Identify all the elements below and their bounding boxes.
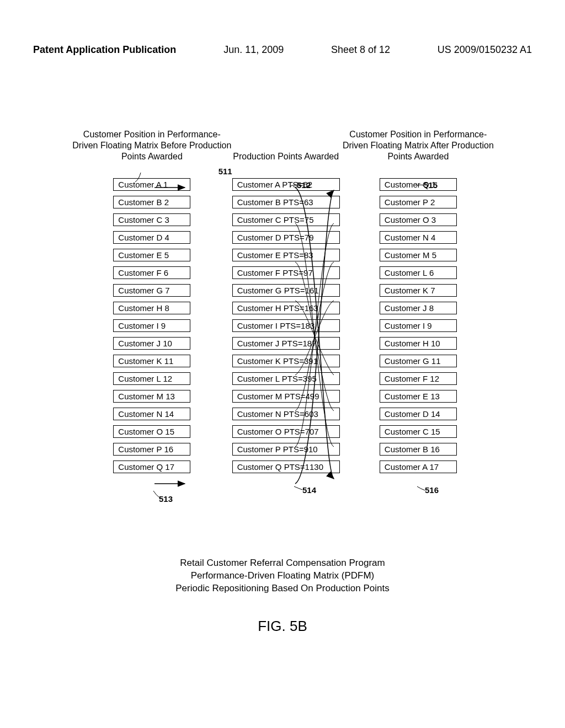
caption-line: Performance-Driven Floating Matrix (PDFM…: [0, 570, 565, 582]
list-item: Customer Q PTS=1130: [232, 461, 340, 473]
list-item: Customer F 12: [380, 372, 457, 385]
list-item: Customer O PTS=707: [232, 425, 340, 438]
column-after-title: Customer Position in Performance-Driven …: [340, 99, 497, 165]
before-boxes: Customer A 1 Customer B 2 Customer C 3 C…: [113, 178, 190, 473]
list-item: Customer P PTS=910: [232, 443, 340, 456]
publication-number: US 2009/0150232 A1: [438, 44, 532, 56]
ref-516: 516: [425, 485, 439, 495]
list-item: Customer K PTS=391: [232, 355, 340, 367]
sheet-indicator: Sheet 8 of 12: [331, 44, 390, 56]
list-item: Customer J PTS=187: [232, 337, 340, 350]
caption-line: Periodic Repositioning Based On Producti…: [0, 582, 565, 595]
column-points-title: Production Points Awarded: [233, 99, 339, 165]
list-item: Customer B PTS=63: [232, 196, 340, 208]
list-item: Customer L 12: [113, 372, 190, 385]
publication-label: Patent Application Publication: [33, 44, 176, 56]
list-item: Customer B 16: [380, 443, 457, 456]
list-item: Customer A PTS=62: [232, 178, 340, 191]
list-item: Customer Q 17: [113, 461, 190, 473]
list-item: Customer H PTS=163: [232, 302, 340, 314]
list-item: Customer P 16: [113, 443, 190, 456]
list-item: Customer I PTS=183: [232, 319, 340, 332]
list-item: Customer N 14: [113, 408, 190, 420]
list-item: Customer G PTS=161: [232, 284, 340, 297]
list-item: Customer H 10: [380, 337, 457, 350]
ref-515: 515: [424, 180, 438, 190]
list-item: Customer C PTS=75: [232, 213, 340, 226]
list-item: Customer L PTS=395: [232, 372, 340, 385]
points-boxes: Customer A PTS=62 Customer B PTS=63 Cust…: [232, 178, 340, 473]
list-item: Customer L 6: [380, 266, 457, 279]
list-item: Customer H 8: [113, 302, 190, 314]
list-item: Customer G 7: [113, 284, 190, 297]
list-item: Customer A 17: [380, 461, 457, 473]
page-header: Patent Application Publication Jun. 11, …: [33, 44, 532, 56]
list-item: Customer B 2: [113, 196, 190, 208]
list-item: Customer P 2: [380, 196, 457, 208]
list-item: Customer C 15: [380, 425, 457, 438]
ref-511-label: 511: [218, 167, 232, 176]
list-item: Customer M 5: [380, 249, 457, 261]
list-item: Customer E 5: [113, 249, 190, 261]
figure-caption: Retail Customer Referral Compensation Pr…: [0, 557, 565, 595]
list-item: Customer M PTS=499: [232, 390, 340, 403]
column-before-title: Customer Position in Performance-Driven …: [72, 99, 232, 165]
column-before: Customer Position in Performance-Driven …: [72, 99, 232, 473]
list-item: Customer J 10: [113, 337, 190, 350]
ref-512: 512: [297, 180, 311, 190]
list-item: Customer A 1: [113, 178, 190, 191]
list-item: Customer C 3: [113, 213, 190, 226]
list-item: Customer I 9: [113, 319, 190, 332]
ref-514: 514: [302, 485, 316, 495]
list-item: Customer Q 1: [380, 178, 457, 191]
list-item: Customer D 4: [113, 231, 190, 244]
list-item: Customer N 4: [380, 231, 457, 244]
column-points: Production Points Awarded . Customer A P…: [232, 99, 340, 473]
list-item: Customer O 3: [380, 213, 457, 226]
list-item: Customer J 8: [380, 302, 457, 314]
list-item: Customer E 13: [380, 390, 457, 403]
list-item: Customer K 11: [113, 355, 190, 367]
list-item: Customer N PTS=603: [232, 408, 340, 420]
ref-513: 513: [159, 494, 173, 504]
list-item: Customer F PTS=97: [232, 266, 340, 279]
list-item: Customer K 7: [380, 284, 457, 297]
list-item: Customer I 9: [380, 319, 457, 332]
after-boxes: Customer Q 1 Customer P 2 Customer O 3 C…: [380, 178, 457, 473]
list-item: Customer G 11: [380, 355, 457, 367]
list-item: Customer M 13: [113, 390, 190, 403]
publication-date: Jun. 11, 2009: [223, 44, 284, 56]
list-item: Customer O 15: [113, 425, 190, 438]
list-item: Customer D 14: [380, 408, 457, 420]
figure-label: FIG. 5B: [0, 618, 565, 635]
list-item: Customer F 6: [113, 266, 190, 279]
caption-line: Retail Customer Referral Compensation Pr…: [0, 557, 565, 570]
list-item: Customer E PTS=83: [232, 249, 340, 261]
column-after: Customer Position in Performance-Driven …: [340, 99, 497, 473]
matrix-columns: Customer Position in Performance-Driven …: [72, 99, 497, 473]
list-item: Customer D PTS=79: [232, 231, 340, 244]
